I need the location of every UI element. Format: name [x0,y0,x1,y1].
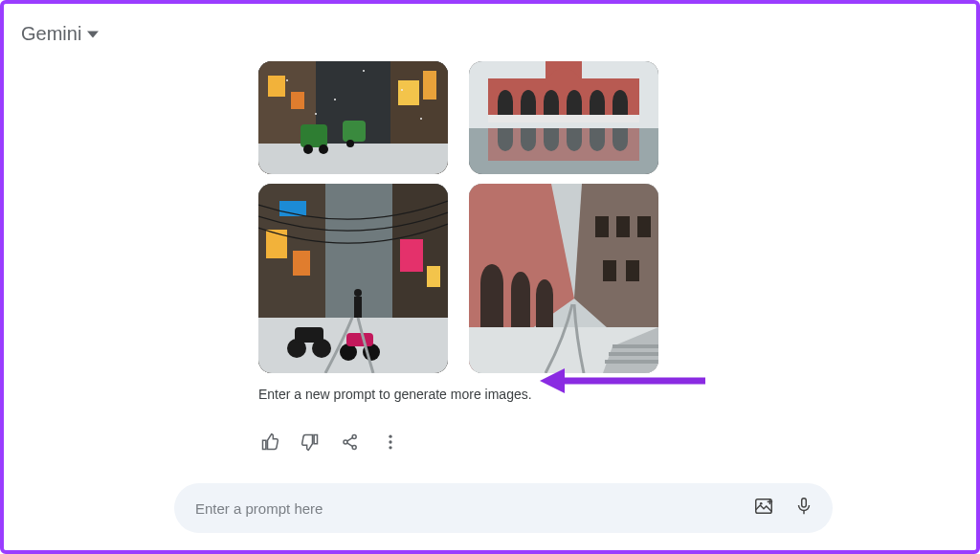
svg-rect-41 [346,333,373,346]
svg-rect-23 [488,115,639,122]
svg-rect-30 [293,251,310,276]
response-actions [258,432,670,455]
svg-rect-29 [266,230,287,258]
svg-rect-49 [603,260,616,281]
svg-point-10 [303,144,313,154]
thumbs-up-button[interactable] [258,432,281,455]
svg-rect-46 [595,216,609,237]
svg-rect-8 [301,124,327,147]
svg-rect-38 [295,327,323,343]
svg-rect-52 [612,344,658,348]
hint-text: Enter a new prompt to generate more imag… [258,387,670,402]
svg-rect-48 [637,216,651,237]
add-image-icon [753,496,774,521]
thumbs-down-icon [301,432,320,455]
svg-rect-9 [343,121,366,142]
generated-image-2[interactable] [469,61,658,174]
svg-rect-32 [427,266,440,287]
svg-rect-47 [616,216,630,237]
svg-point-16 [363,70,365,72]
response-area: Enter a new prompt to generate more imag… [258,4,670,455]
svg-rect-50 [626,260,639,281]
svg-line-59 [347,443,353,447]
svg-rect-4 [268,76,285,97]
brand-label: Gemini [21,23,81,45]
svg-rect-54 [605,360,658,364]
svg-point-64 [760,502,763,505]
svg-point-61 [389,440,391,443]
svg-point-15 [401,89,403,91]
svg-point-62 [389,446,391,449]
generated-image-3[interactable] [258,184,448,373]
microphone-icon [793,496,814,521]
svg-rect-34 [354,297,362,318]
svg-point-35 [354,289,362,297]
prompt-bar[interactable] [174,483,833,533]
svg-point-60 [389,435,391,438]
svg-point-13 [286,79,288,81]
more-vertical-icon [381,432,400,455]
svg-rect-53 [609,352,658,356]
svg-point-11 [319,144,328,154]
thumbs-up-icon [260,432,279,455]
brand-dropdown[interactable]: Gemini [21,23,99,45]
more-options-button[interactable] [379,432,402,455]
generated-image-1[interactable] [258,61,448,174]
svg-rect-3 [258,144,448,174]
microphone-button[interactable] [791,495,817,521]
svg-rect-6 [398,80,419,105]
svg-point-12 [346,140,354,147]
share-button[interactable] [339,432,362,455]
svg-rect-5 [291,92,304,109]
prompt-input[interactable] [195,500,750,517]
image-grid [258,61,670,373]
thumbs-down-button[interactable] [299,432,322,455]
share-icon [341,432,360,455]
svg-point-18 [420,118,422,120]
svg-rect-7 [423,71,436,100]
prompt-trailing-icons [750,495,817,521]
chevron-down-icon [87,23,99,45]
svg-line-58 [347,437,353,441]
svg-rect-31 [400,239,423,272]
svg-point-17 [315,113,317,115]
add-image-button[interactable] [750,495,777,521]
svg-rect-67 [802,499,807,507]
svg-point-14 [334,99,336,100]
generated-image-4[interactable] [469,184,658,373]
